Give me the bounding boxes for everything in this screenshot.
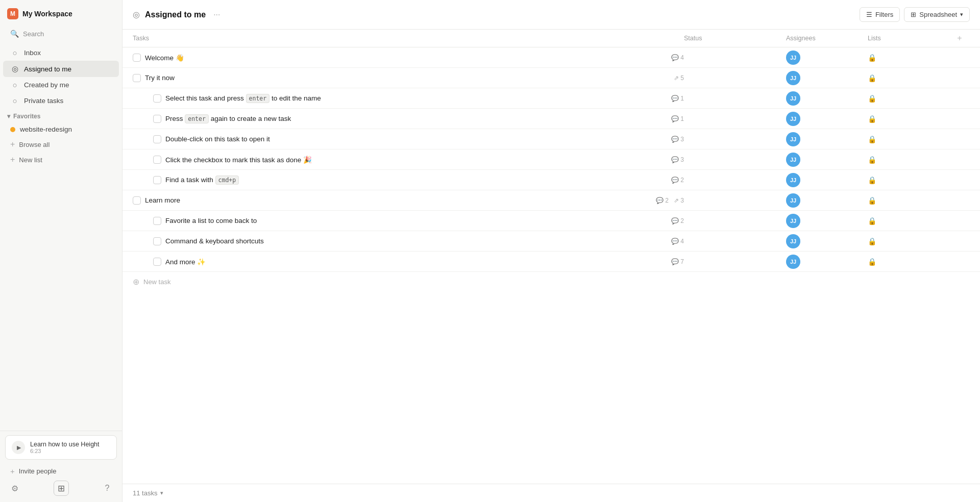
sidebar-item-created[interactable]: ○ Created by me	[3, 77, 119, 93]
assignees-cell: JJ	[786, 193, 868, 208]
avatar[interactable]: JJ	[786, 234, 800, 248]
page-title: Assigned to me	[145, 10, 206, 19]
plus-icon: +	[10, 155, 15, 164]
task-checkbox[interactable]	[133, 74, 141, 82]
gear-icon: ⚙	[11, 484, 18, 493]
comment-count[interactable]: 💬 7	[671, 258, 684, 265]
search-bar[interactable]: 🔍 Search	[5, 27, 117, 41]
comment-count[interactable]: 💬 1	[671, 95, 684, 102]
lists-col-label: Lists	[868, 35, 881, 42]
lock-icon: 🔒	[868, 176, 876, 184]
more-options-button[interactable]: ···	[211, 9, 223, 21]
comment-count[interactable]: 💬 2	[671, 217, 684, 224]
task-checkbox[interactable]	[153, 217, 161, 225]
table-row: Favorite a list to come back to 💬 2 JJ 🔒	[122, 211, 980, 231]
task-name: Select this task and press enter to edit…	[165, 94, 667, 102]
sidebar-item-assigned[interactable]: ◎ Assigned to me	[3, 61, 119, 77]
avatar[interactable]: JJ	[786, 51, 800, 65]
comment-count[interactable]: 💬 4	[671, 238, 684, 245]
new-list-item[interactable]: + New list	[3, 152, 119, 167]
add-column-button[interactable]: +	[949, 34, 970, 43]
avatar[interactable]: JJ	[786, 173, 800, 187]
avatar[interactable]: JJ	[786, 71, 800, 85]
task-checkbox[interactable]	[153, 237, 161, 245]
task-cell: Try it now ⇗ 5	[133, 70, 684, 86]
subtask-count[interactable]: ⇗ 5	[674, 74, 684, 82]
sidebar-bottom: ▶ Learn how to use Height 6:23 + Invite …	[0, 431, 122, 502]
sidebar-item-inbox[interactable]: ○ Inbox	[3, 45, 119, 61]
sidebar-item-label: Created by me	[24, 81, 69, 89]
assigned-icon: ◎	[10, 64, 19, 73]
new-task-row[interactable]: ⊕ New task	[122, 272, 980, 292]
comment-count[interactable]: 💬 3	[671, 156, 684, 163]
assignees-cell: JJ	[786, 153, 868, 167]
play-icon: ▶	[12, 441, 25, 454]
search-icon: 🔍	[10, 30, 19, 38]
favorite-dot	[10, 127, 15, 132]
task-name: Welcome 👋	[145, 54, 667, 62]
lock-icon: 🔒	[868, 115, 876, 123]
task-checkbox[interactable]	[153, 94, 161, 103]
table-row: Learn more 💬 2 ⇗ 3 JJ 🔒	[122, 190, 980, 211]
avatar[interactable]: JJ	[786, 91, 800, 106]
invite-people[interactable]: + Invite people	[5, 464, 117, 479]
task-name: Press enter again to create a new task	[165, 115, 667, 122]
table-row: Command & keyboard shortcuts 💬 4 JJ 🔒	[122, 231, 980, 252]
avatar[interactable]: JJ	[786, 214, 800, 228]
avatar[interactable]: JJ	[786, 153, 800, 167]
lock-icon: 🔒	[868, 94, 876, 103]
task-checkbox[interactable]	[153, 156, 161, 164]
task-meta: 💬 1	[671, 115, 684, 122]
task-name: Double-click on this task to open it	[165, 135, 667, 143]
task-cell: Learn more 💬 2 ⇗ 3	[133, 192, 684, 209]
avatar[interactable]: JJ	[786, 132, 800, 146]
avatar[interactable]: JJ	[786, 255, 800, 269]
lock-icon: 🔒	[868, 237, 876, 245]
task-checkbox[interactable]	[133, 54, 141, 62]
comment-count[interactable]: 💬 2	[671, 177, 684, 184]
spreadsheet-button[interactable]: ⊞ Spreadsheet ▾	[904, 7, 970, 22]
new-task-label: New task	[143, 278, 170, 286]
comment-count[interactable]: 💬 4	[671, 54, 684, 61]
learn-card[interactable]: ▶ Learn how to use Height 6:23	[5, 435, 117, 460]
sidebar: M My Workspace 🔍 Search ○ Inbox ◎ Assign…	[0, 0, 122, 502]
task-checkbox[interactable]	[133, 196, 141, 205]
sidebar-item-private[interactable]: ○ Private tasks	[3, 93, 119, 109]
task-cell: And more ✨ 💬 7	[153, 254, 684, 270]
lists-cell: 🔒	[868, 217, 949, 225]
tasks-col-label: Tasks	[133, 35, 149, 42]
task-cell: Select this task and press enter to edit…	[153, 90, 684, 107]
task-checkbox[interactable]	[153, 176, 161, 184]
lists-cell: 🔒	[868, 156, 949, 164]
new-list-button[interactable]: ⊞	[54, 481, 69, 496]
settings-button[interactable]: ⚙	[7, 481, 22, 496]
task-checkbox[interactable]	[153, 115, 161, 123]
col-status-header: Status	[684, 34, 786, 43]
favorites-label: Favorites	[13, 113, 40, 120]
help-button[interactable]: ?	[100, 481, 115, 496]
filters-button[interactable]: ☰ Filters	[860, 7, 900, 22]
comment-count[interactable]: 💬 1	[671, 115, 684, 122]
task-meta: 💬 2 ⇗ 3	[656, 197, 684, 204]
comment-count[interactable]: 💬 2	[656, 197, 669, 204]
lists-cell: 🔒	[868, 54, 949, 62]
col-lists-header: Lists	[868, 34, 949, 43]
main-content: ◎ Assigned to me ··· ☰ Filters ⊞ Spreads…	[122, 0, 980, 502]
favorites-header[interactable]: ▾ Favorites	[0, 109, 122, 122]
task-checkbox[interactable]	[153, 258, 161, 266]
comment-count[interactable]: 💬 3	[671, 136, 684, 143]
assignees-cell: JJ	[786, 51, 868, 65]
avatar[interactable]: JJ	[786, 112, 800, 126]
workspace-header[interactable]: M My Workspace	[0, 0, 122, 24]
task-name: Command & keyboard shortcuts	[165, 237, 667, 245]
table-footer[interactable]: 11 tasks ▾	[122, 484, 980, 502]
subtask-count[interactable]: ⇗ 3	[674, 197, 684, 204]
sidebar-item-website-redesign[interactable]: website-redesign	[3, 122, 119, 137]
table-row: Try it now ⇗ 5 JJ 🔒	[122, 68, 980, 88]
task-checkbox[interactable]	[153, 135, 161, 143]
sidebar-item-label: Private tasks	[24, 97, 63, 105]
lock-icon: 🔒	[868, 54, 876, 62]
browse-all-item[interactable]: + Browse all	[3, 137, 119, 152]
avatar[interactable]: JJ	[786, 193, 800, 208]
lists-cell: 🔒	[868, 196, 949, 205]
